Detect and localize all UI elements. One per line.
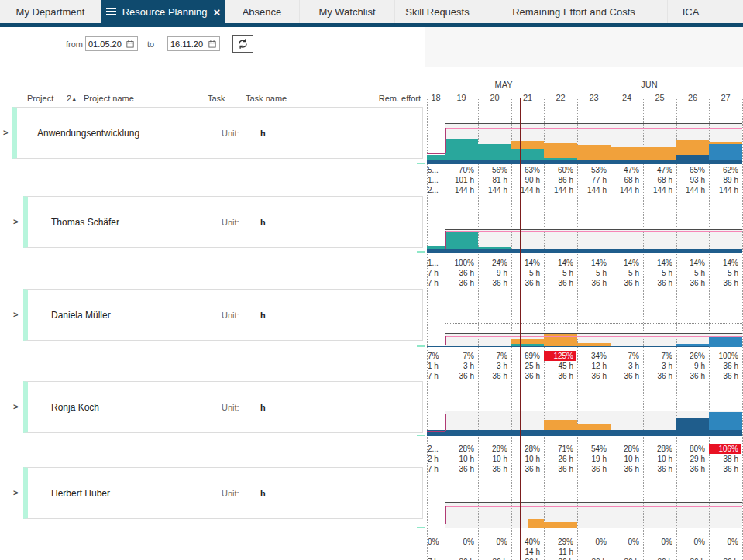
utilization-percent: 0% xyxy=(611,537,642,547)
unit-label: Unit: xyxy=(222,311,239,320)
capacity-hours: 2... xyxy=(427,185,443,195)
capacity-step-connector xyxy=(445,231,446,249)
utilization-bar-segment-strip xyxy=(577,160,611,164)
capacity-hours: 36 h xyxy=(676,371,708,381)
planned-hours xyxy=(577,547,610,557)
capacity-max-line xyxy=(445,229,742,230)
utilization-bar-segment-strip xyxy=(577,346,611,347)
col-header-project: Project xyxy=(27,94,53,103)
utilization-bar-segment-blue xyxy=(709,336,742,347)
calendar-icon[interactable] xyxy=(126,40,134,48)
utilization-percent: 40% xyxy=(511,537,543,547)
close-tab-icon[interactable]: × xyxy=(214,6,221,18)
expand-row-chevron[interactable]: > xyxy=(13,216,24,227)
capacity-line-week18 xyxy=(427,345,445,345)
planned-hours: 1 h xyxy=(427,361,443,371)
capacity-step-connector xyxy=(445,506,446,524)
utilization-percent: 0% xyxy=(709,537,741,547)
utilization-percent: 14% xyxy=(611,258,642,268)
tab-my-watchlist[interactable]: My Watchlist xyxy=(300,0,395,23)
utilization-bar-segment-teal xyxy=(478,247,511,249)
resource-name: Anwendungsentwicklung xyxy=(37,128,139,139)
utilization-percent: 100% xyxy=(445,258,477,268)
capacity-hours: 144 h xyxy=(544,185,576,195)
planned-hours: 89 h xyxy=(709,175,741,185)
utilization-percent: 5... xyxy=(427,165,443,175)
planned-hours: 36 h xyxy=(709,361,741,371)
to-date-input[interactable] xyxy=(170,40,206,49)
utilization-percent: 14% xyxy=(676,258,708,268)
refresh-button[interactable] xyxy=(232,35,253,53)
utilization-bar-segment-blue xyxy=(709,412,742,430)
refresh-icon xyxy=(237,38,249,50)
resource-card-daniela-m-ller[interactable]: Daniela MüllerUnit:h xyxy=(23,289,423,341)
utilization-bar-segment-strip xyxy=(478,346,511,347)
tab-absence[interactable]: Absence xyxy=(225,0,300,23)
capacity-line xyxy=(445,128,742,129)
resource-name: Daniela Müller xyxy=(51,310,111,321)
tab-remaining-effort-and-costs[interactable]: Remaining Effort and Costs xyxy=(480,0,668,23)
capacity-hours: 36 h xyxy=(709,278,741,288)
tab-resource-planning[interactable]: Resource Planning× xyxy=(101,0,225,23)
capacity-hours: 7 h xyxy=(427,464,443,474)
utilization-bar-segment-strip xyxy=(643,346,676,347)
sort-indicator[interactable]: 2▲ xyxy=(67,94,77,103)
expand-row-chevron[interactable]: > xyxy=(13,487,24,498)
resource-card-thomas-sch-fer[interactable]: Thomas SchäferUnit:h xyxy=(23,196,423,248)
capacity-max-line xyxy=(445,333,742,334)
utilization-bar-segment-strip xyxy=(427,160,445,164)
chart-row-herbert-huber: 0%7 h0%36 h0%36 h40%14 h36 h29%11 h36 h0… xyxy=(425,476,743,560)
calendar-icon[interactable] xyxy=(208,40,216,48)
planned-hours: 9 h xyxy=(478,268,511,278)
capacity-max-line xyxy=(445,411,742,411)
utilization-percent: 47% xyxy=(643,165,676,175)
tab-my-department[interactable]: My Department xyxy=(0,0,101,23)
utilization-percent: 2... xyxy=(427,444,443,454)
capacity-hours: 36 h xyxy=(544,557,576,560)
from-date-input[interactable] xyxy=(88,40,124,49)
planned-hours xyxy=(445,547,477,557)
utilization-percent: 0% xyxy=(445,537,477,547)
planned-hours: 3 h xyxy=(611,361,642,371)
utilization-percent: 34% xyxy=(577,351,610,361)
utilization-bar-segment-blue xyxy=(709,144,742,160)
col-header-task-name: Task name xyxy=(246,94,287,103)
menu-icon[interactable] xyxy=(106,6,116,17)
planned-hours: 1... xyxy=(427,175,443,185)
planned-hours: 25 h xyxy=(511,361,543,371)
tab-ica[interactable]: ICA xyxy=(668,0,714,23)
timeline-header-background xyxy=(425,27,743,67)
utilization-bar-segment-strip xyxy=(676,346,709,347)
utilization-bar-segment-strip xyxy=(445,430,478,436)
row-baseline-tick xyxy=(417,435,425,436)
capacity-hours: 36 h xyxy=(611,464,642,474)
utilization-bar-segment-teal xyxy=(544,158,577,160)
utilization-bar-segment-strip xyxy=(643,249,676,253)
chart-row-anwendungsentwicklung: 5...1...2...70%101 h144 h56%81 h144 h63%… xyxy=(425,105,743,198)
planned-hours xyxy=(709,547,741,557)
utilization-bar-segment-strip xyxy=(676,418,709,436)
utilization-bar-segment-teal xyxy=(511,344,544,347)
resource-card-herbert-huber[interactable]: Herbert HuberUnit:h xyxy=(23,467,423,519)
utilization-bar-segment-strip xyxy=(676,155,709,164)
utilization-bar-segment-strip xyxy=(611,160,643,164)
planned-hours: 3 h xyxy=(478,361,511,371)
resource-card-anwendungsentwicklung[interactable]: AnwendungsentwicklungUnit:h xyxy=(12,107,423,159)
resource-name: Herbert Huber xyxy=(51,488,110,499)
capacity-hours: 36 h xyxy=(709,371,741,381)
to-date-field[interactable] xyxy=(167,36,220,51)
expand-row-chevron[interactable]: > xyxy=(13,401,24,412)
resource-card-ronja-koch[interactable]: Ronja KochUnit:h xyxy=(23,381,423,433)
capacity-hours: 144 h xyxy=(577,185,610,195)
timeline-tick xyxy=(511,99,512,105)
planned-hours: 68 h xyxy=(611,175,642,185)
row-baseline-tick xyxy=(417,527,425,528)
capacity-line-week18 xyxy=(427,249,445,249)
utilization-percent: 56% xyxy=(478,165,511,175)
planned-hours: 10 h xyxy=(478,454,511,464)
expand-row-chevron[interactable]: > xyxy=(13,309,24,320)
tab-skill-requests[interactable]: Skill Requests xyxy=(395,0,480,23)
from-date-field[interactable] xyxy=(85,36,138,51)
row-baseline-tick xyxy=(417,251,425,253)
utilization-bar-segment-strip xyxy=(709,430,742,436)
